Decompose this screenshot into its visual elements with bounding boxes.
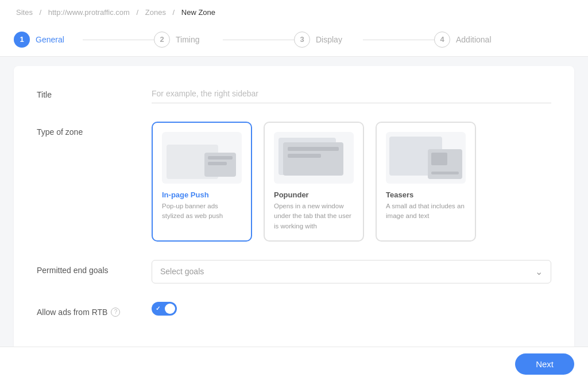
title-label: Title — [37, 84, 152, 99]
teasers-card — [428, 149, 462, 179]
step-circle-4: 4 — [434, 32, 450, 48]
popunder-card-desc: Opens in a new window under the tab that… — [274, 201, 354, 231]
rtb-label: Allow ads from RTB ? — [37, 302, 152, 317]
teasers-text — [431, 172, 459, 174]
breadcrumb: Sites / http://www.protraffic.com / Zone… — [0, 0, 588, 22]
step-general[interactable]: 1 General — [14, 32, 154, 48]
toggle-knob — [165, 304, 175, 314]
help-icon[interactable]: ? — [111, 308, 120, 317]
rtb-toggle-wrap: ✓ — [152, 302, 551, 316]
goals-row: Permitted end goals Select goals ⌄ — [37, 260, 551, 283]
step-display[interactable]: 3 Display — [294, 32, 434, 48]
step-circle-1: 1 — [14, 32, 30, 48]
inpage-card-title: In-page Push — [162, 190, 242, 199]
step-additional[interactable]: 4 Additional — [434, 32, 574, 48]
title-input[interactable] — [152, 84, 551, 103]
teasers-card-title: Teasers — [386, 190, 466, 199]
rtb-row: Allow ads from RTB ? ✓ — [37, 302, 551, 317]
goals-dropdown[interactable]: Select goals ⌄ — [152, 260, 551, 283]
step-circle-2: 2 — [154, 32, 170, 48]
goals-control: Select goals ⌄ — [152, 260, 551, 283]
zone-type-control: In-page Push Pop-up banner ads stylized … — [152, 122, 551, 242]
inpage-illustration — [162, 132, 242, 184]
breadcrumb-sep1: / — [40, 8, 42, 17]
inpage-notification — [204, 153, 236, 177]
breadcrumb-current: New Zone — [181, 8, 215, 17]
chevron-down-icon: ⌄ — [535, 266, 543, 277]
toggle-check-icon: ✓ — [156, 305, 160, 312]
breadcrumb-sites[interactable]: Sites — [16, 8, 33, 17]
step-circle-3: 3 — [294, 32, 310, 48]
zone-card-popunder[interactable]: Popunder Opens in a new window under the… — [264, 122, 364, 242]
step-label-1: General — [36, 35, 64, 44]
popunder-card-title: Popunder — [274, 190, 354, 199]
rtb-toggle[interactable]: ✓ — [152, 302, 177, 316]
teasers-card-desc: A small ad that includes an image and te… — [386, 201, 466, 221]
next-button[interactable]: Next — [515, 353, 574, 375]
notif-bar-2 — [208, 162, 227, 165]
popunder-illustration — [274, 132, 354, 184]
zone-type-row: Type of zone In-page Push Pop-up banner … — [37, 122, 551, 242]
zone-card-inpage[interactable]: In-page Push Pop-up banner ads stylized … — [152, 122, 252, 242]
rtb-control: ✓ — [152, 302, 551, 316]
title-row: Title — [37, 84, 551, 103]
goals-label: Permitted end goals — [37, 260, 152, 275]
step-label-4: Additional — [456, 35, 492, 44]
breadcrumb-sep3: / — [173, 8, 175, 17]
popunder-window-front — [283, 142, 343, 176]
inpage-card-desc: Pop-up banner ads stylized as web push — [162, 201, 242, 221]
bottom-bar: Next — [0, 347, 588, 381]
zone-card-teasers[interactable]: Teasers A small ad that includes an imag… — [376, 122, 476, 242]
popunder-bar-1 — [288, 147, 339, 151]
popunder-bar-2 — [288, 154, 321, 158]
breadcrumb-zones[interactable]: Zones — [145, 8, 166, 17]
zone-cards: In-page Push Pop-up banner ads stylized … — [152, 122, 551, 242]
notif-bar-1 — [208, 156, 233, 160]
breadcrumb-sep2: / — [137, 8, 139, 17]
step-label-2: Timing — [176, 35, 200, 44]
breadcrumb-url[interactable]: http://www.protraffic.com — [48, 8, 130, 17]
zone-type-label: Type of zone — [37, 122, 152, 137]
title-control — [152, 84, 551, 103]
teasers-illustration — [386, 132, 466, 184]
goals-placeholder: Select goals — [160, 267, 204, 276]
teasers-img — [431, 153, 447, 165]
step-label-3: Display — [316, 35, 342, 44]
stepper: 1 General 2 Timing 3 Display 4 Additiona… — [0, 22, 588, 57]
step-timing[interactable]: 2 Timing — [154, 32, 294, 48]
main-form: Title Type of zone In-page Push — [14, 66, 574, 353]
